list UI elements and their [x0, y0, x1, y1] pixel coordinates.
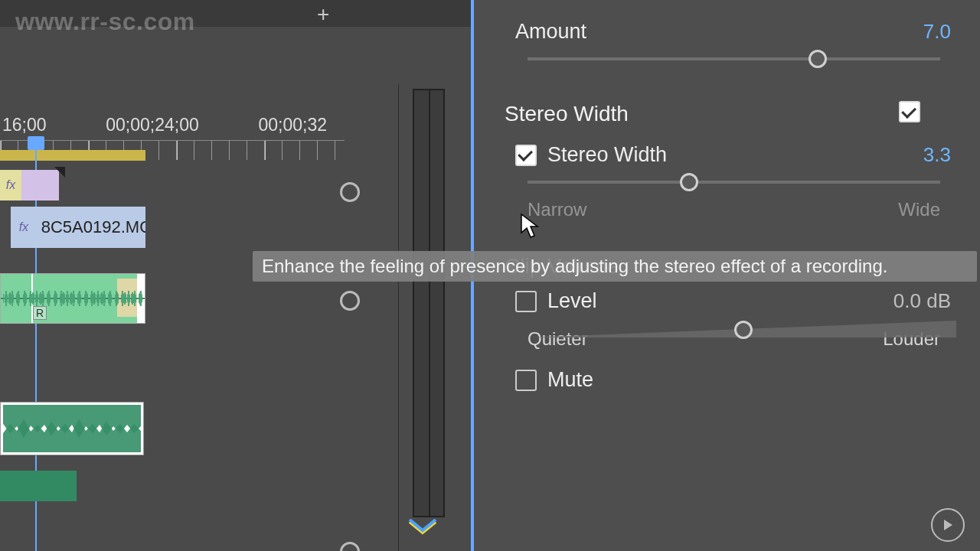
stereo-width-range-labels: Narrow Wide: [528, 199, 940, 220]
stereo-width-value[interactable]: 3.3: [923, 143, 951, 167]
stereo-width-title: Stereo Width: [505, 102, 629, 126]
stereo-width-row: Stereo Width 3.3: [515, 143, 951, 167]
fx-badge-icon[interactable]: fx: [11, 207, 37, 248]
meter-track[interactable]: [413, 89, 445, 517]
add-track-icon[interactable]: +: [317, 2, 329, 27]
audio-clip[interactable]: R: [0, 273, 145, 324]
level-row: Level 0.0 dB: [515, 289, 951, 313]
amount-slider[interactable]: [528, 57, 940, 60]
mute-checkbox[interactable]: [515, 370, 537, 391]
track-scroll[interactable]: [337, 31, 368, 551]
time-label: 00;00;24;00: [106, 115, 199, 135]
video-clip[interactable]: fx: [0, 170, 59, 201]
amount-row: Amount 7.0: [515, 20, 951, 44]
time-label: 16;00: [2, 115, 47, 135]
fx-badge-icon[interactable]: fx: [0, 170, 21, 201]
ruler-ticks[interactable]: [0, 140, 345, 160]
watermark-text: www.rr-sc.com: [15, 8, 195, 36]
meter-indicator-icon: [407, 519, 439, 536]
time-label: 00;00;32: [258, 115, 327, 135]
slider-thumb-icon[interactable]: [680, 173, 698, 191]
channel-badge: R: [33, 306, 47, 320]
amount-label: Amount: [515, 20, 586, 44]
slider-thumb-icon[interactable]: [808, 50, 827, 68]
stereo-width-header: Stereo Width: [505, 86, 951, 137]
time-ruler[interactable]: 16;00 00;00;24;00 00;00;32: [0, 115, 345, 168]
audio-meter: [398, 84, 452, 551]
scroll-handle-icon[interactable]: [340, 291, 360, 311]
mute-row: Mute: [515, 368, 951, 392]
level-value[interactable]: 0.0 dB: [893, 289, 951, 313]
level-label: Level: [547, 289, 597, 313]
play-button[interactable]: [931, 508, 965, 542]
audio-waveform: [1, 274, 145, 323]
clip-corner-icon: [54, 167, 65, 178]
audio-clip[interactable]: [0, 402, 144, 455]
audio-tracks: R: [0, 272, 145, 324]
work-area-bar[interactable]: [0, 150, 145, 161]
audio-clip[interactable]: [0, 471, 77, 501]
stereo-width-slider[interactable]: [528, 181, 940, 184]
playhead[interactable]: [28, 136, 44, 150]
clip-label: 8C5A0192.MO: [41, 217, 145, 237]
stereo-width-section-checkbox[interactable]: [899, 101, 920, 122]
stereo-width-label: Stereo Width: [547, 143, 667, 167]
tooltip: Enhance the feeling of presence by adjus…: [253, 251, 977, 282]
scroll-handle-icon[interactable]: [340, 182, 360, 202]
slider-thumb-icon[interactable]: [734, 321, 753, 339]
video-clip[interactable]: fx 8C5A0192.MO: [11, 207, 145, 248]
mute-label: Mute: [547, 368, 593, 392]
scroll-handle-icon[interactable]: [340, 542, 360, 551]
play-icon: [940, 517, 956, 533]
range-high: Wide: [898, 199, 940, 220]
cursor-icon: [519, 213, 541, 243]
level-checkbox[interactable]: [515, 291, 537, 312]
stereo-width-checkbox[interactable]: [515, 145, 537, 166]
time-labels: 16;00 00;00;24;00 00;00;32: [0, 115, 345, 135]
amount-value[interactable]: 7.0: [923, 20, 951, 44]
